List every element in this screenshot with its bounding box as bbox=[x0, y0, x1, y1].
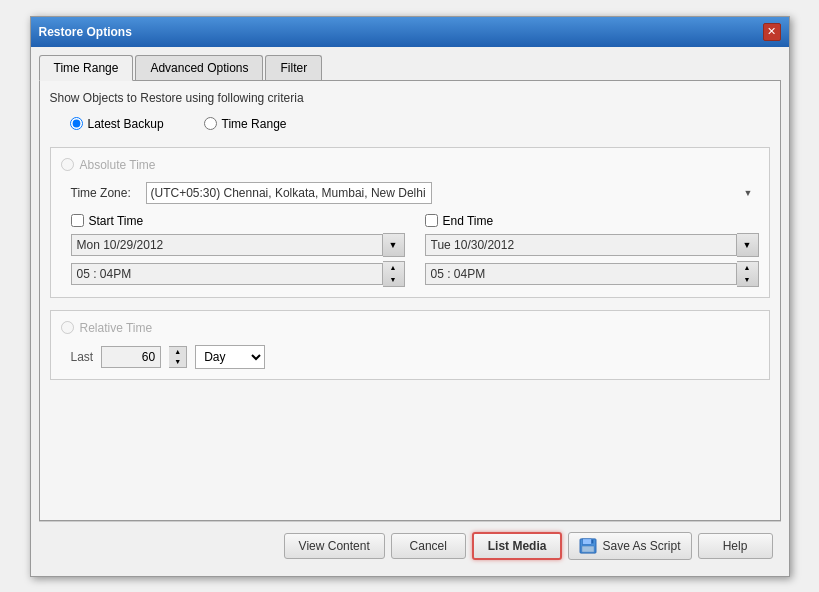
cancel-button[interactable]: Cancel bbox=[391, 533, 466, 559]
start-date-input[interactable] bbox=[71, 234, 383, 256]
tab-time-range[interactable]: Time Range bbox=[39, 55, 134, 81]
save-as-script-label: Save As Script bbox=[602, 539, 680, 553]
start-time-checkbox-row: Start Time bbox=[71, 214, 405, 228]
tab-filter[interactable]: Filter bbox=[265, 55, 322, 80]
start-time-spin-up[interactable]: ▲ bbox=[383, 262, 404, 274]
last-value-input[interactable] bbox=[101, 346, 161, 368]
last-value-spin[interactable]: ▲ ▼ bbox=[169, 346, 187, 368]
end-date-row: ▼ bbox=[425, 233, 759, 257]
svg-rect-3 bbox=[592, 539, 594, 543]
relative-time-label: Relative Time bbox=[80, 321, 153, 335]
absolute-time-section: Absolute Time Time Zone: (UTC+05:30) Che… bbox=[50, 147, 770, 298]
save-script-icon bbox=[579, 538, 597, 554]
close-button[interactable]: ✕ bbox=[763, 23, 781, 41]
time-range-label: Time Range bbox=[222, 117, 287, 131]
relative-row: Last ▲ ▼ Day Week Month bbox=[61, 345, 759, 369]
time-range-radio[interactable] bbox=[204, 117, 217, 130]
save-as-script-button[interactable]: Save As Script bbox=[568, 532, 691, 560]
end-time-checkbox[interactable] bbox=[425, 214, 438, 227]
restore-mode-row: Latest Backup Time Range bbox=[50, 117, 770, 131]
relative-time-title: Relative Time bbox=[61, 321, 759, 335]
tabs-bar: Time Range Advanced Options Filter bbox=[39, 55, 781, 81]
start-time-row: ▲ ▼ bbox=[71, 261, 405, 287]
main-content: Time Range Advanced Options Filter Show … bbox=[31, 47, 789, 576]
latest-backup-radio[interactable] bbox=[70, 117, 83, 130]
latest-backup-radio-label[interactable]: Latest Backup bbox=[70, 117, 164, 131]
last-label: Last bbox=[71, 350, 94, 364]
latest-backup-label: Latest Backup bbox=[88, 117, 164, 131]
last-spin-up[interactable]: ▲ bbox=[169, 347, 186, 357]
end-time-input[interactable] bbox=[425, 263, 737, 285]
relative-time-radio[interactable] bbox=[61, 321, 74, 334]
start-time-checkbox[interactable] bbox=[71, 214, 84, 227]
end-time-spin-up[interactable]: ▲ bbox=[737, 262, 758, 274]
main-panel: Show Objects to Restore using following … bbox=[39, 81, 781, 521]
timezone-select[interactable]: (UTC+05:30) Chennai, Kolkata, Mumbai, Ne… bbox=[146, 182, 432, 204]
panel-description: Show Objects to Restore using following … bbox=[50, 91, 770, 105]
absolute-time-label: Absolute Time bbox=[80, 158, 156, 172]
end-date-input[interactable] bbox=[425, 234, 737, 256]
list-media-button[interactable]: List Media bbox=[472, 532, 563, 560]
restore-options-window: Restore Options ✕ Time Range Advanced Op… bbox=[30, 16, 790, 577]
start-time-spin[interactable]: ▲ ▼ bbox=[383, 261, 405, 287]
end-time-label: End Time bbox=[443, 214, 494, 228]
help-button[interactable]: Help bbox=[698, 533, 773, 559]
end-time-col: End Time ▼ ▲ ▼ bbox=[425, 214, 759, 287]
day-select[interactable]: Day Week Month bbox=[195, 345, 265, 369]
timezone-label: Time Zone: bbox=[71, 186, 146, 200]
last-spin-down[interactable]: ▼ bbox=[169, 357, 186, 367]
tab-advanced-options[interactable]: Advanced Options bbox=[135, 55, 263, 80]
relative-time-section: Relative Time Last ▲ ▼ Day Week Month bbox=[50, 310, 770, 380]
timezone-select-wrapper: (UTC+05:30) Chennai, Kolkata, Mumbai, Ne… bbox=[146, 182, 759, 204]
start-time-spin-down[interactable]: ▼ bbox=[383, 274, 404, 286]
end-date-dropdown-btn[interactable]: ▼ bbox=[737, 233, 759, 257]
button-bar: View Content Cancel List Media Save As S… bbox=[39, 521, 781, 568]
end-time-row: ▲ ▼ bbox=[425, 261, 759, 287]
timezone-row: Time Zone: (UTC+05:30) Chennai, Kolkata,… bbox=[61, 182, 759, 204]
end-time-spin-down[interactable]: ▼ bbox=[737, 274, 758, 286]
view-content-button[interactable]: View Content bbox=[284, 533, 385, 559]
start-time-col: Start Time ▼ ▲ ▼ bbox=[71, 214, 405, 287]
end-time-checkbox-row: End Time bbox=[425, 214, 759, 228]
end-time-spin[interactable]: ▲ ▼ bbox=[737, 261, 759, 287]
start-time-label: Start Time bbox=[89, 214, 144, 228]
absolute-time-title: Absolute Time bbox=[61, 158, 759, 172]
window-title: Restore Options bbox=[39, 25, 132, 39]
absolute-time-radio[interactable] bbox=[61, 158, 74, 171]
svg-rect-1 bbox=[583, 538, 592, 543]
time-range-radio-label[interactable]: Time Range bbox=[204, 117, 287, 131]
title-bar: Restore Options ✕ bbox=[31, 17, 789, 47]
start-date-row: ▼ bbox=[71, 233, 405, 257]
datetime-row: Start Time ▼ ▲ ▼ bbox=[61, 214, 759, 287]
svg-rect-2 bbox=[582, 546, 594, 552]
start-date-dropdown-btn[interactable]: ▼ bbox=[383, 233, 405, 257]
start-time-input[interactable] bbox=[71, 263, 383, 285]
